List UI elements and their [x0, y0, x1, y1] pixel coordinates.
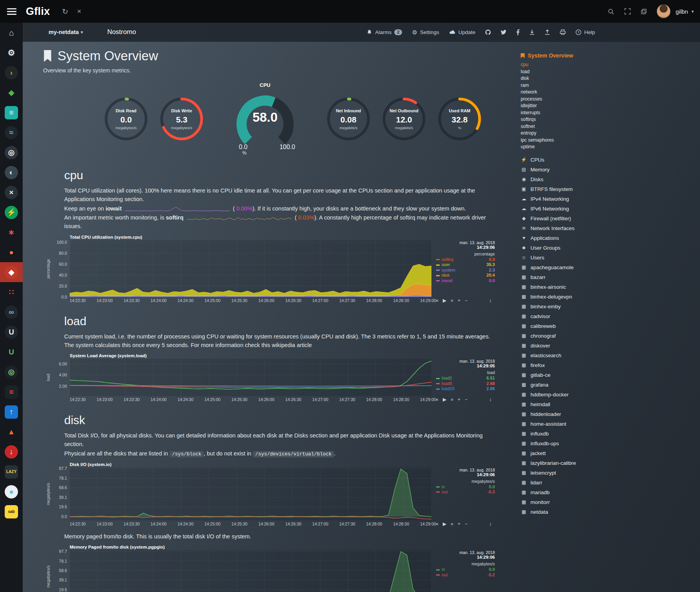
wikipedia-link[interactable]: wikipedia article [272, 342, 312, 348]
app-slot[interactable]: ↑ [0, 402, 23, 422]
nav-app-elasticsearch[interactable]: ▦elasticsearch [521, 351, 622, 360]
settings-button[interactable]: ⚙ Settings [412, 29, 439, 35]
chart-system-io[interactable]: Disk I/O (system.io)megabytes/s0.019.539… [46, 462, 495, 526]
zoom-in-icon[interactable]: + [458, 298, 460, 303]
chart-system-pgpgio[interactable]: Memory Paged from/to disk (system.pgpgio… [46, 545, 495, 592]
nav-app-chronograf[interactable]: ▦chronograf [521, 331, 622, 341]
legend-item-nice[interactable]: nice20.4 [436, 273, 495, 278]
nav-item-cpu[interactable]: cpu [521, 61, 622, 68]
app-slot[interactable]: ∞ [0, 302, 23, 322]
pan-backward-icon[interactable]: « [436, 521, 438, 527]
nav-app-binhex-emby[interactable]: ▦binhex-emby [521, 302, 622, 311]
legend-item-in[interactable]: in0.0 [436, 484, 495, 490]
app-slot[interactable]: ◆ [0, 262, 23, 282]
nav-item-uptime[interactable]: uptime [521, 144, 622, 151]
pan-forward-icon[interactable]: » [451, 298, 453, 303]
legend-item-user[interactable]: user35.3 [436, 262, 495, 268]
nav-app-diskover[interactable]: ▦diskover [521, 341, 622, 351]
facebook-icon[interactable] [516, 29, 520, 35]
nav-item-load[interactable]: load [521, 68, 622, 76]
nav-section-ipv4-networking[interactable]: ☁IPv4 Networking [521, 194, 622, 204]
search-icon[interactable] [608, 8, 614, 15]
app-slot[interactable]: ↓ [0, 442, 23, 462]
legend-item-softirq[interactable]: softirq0.0 [436, 257, 495, 263]
zoom-in-icon[interactable]: + [458, 397, 460, 402]
nav-app-bazarr[interactable]: ▦bazarr [521, 272, 622, 282]
nav-section-user-groups[interactable]: ☻User Groups [521, 243, 622, 253]
nav-app-cadvisor[interactable]: ▦cadvisor [521, 311, 622, 321]
nav-section-applications[interactable]: ♥Applications [521, 233, 622, 243]
legend-item-in[interactable]: in0.0 [436, 567, 495, 572]
nav-item-ipc-semaphores[interactable]: ipc semaphores [521, 137, 622, 144]
nav-app-influxdb-ups[interactable]: ▦influxdb-ups [521, 439, 622, 448]
app-slot[interactable]: ⚙ [0, 43, 23, 63]
app-slot[interactable]: ● [0, 482, 23, 502]
nav-app-firefox[interactable]: ▦firefox [521, 360, 622, 370]
nav-section-network-interfaces[interactable]: ≋Network Interfaces [521, 223, 622, 233]
nav-app-hiddenloader[interactable]: ▦hiddenloader [521, 409, 622, 419]
legend-item-system[interactable]: system2.3 [436, 268, 495, 273]
pan-backward-icon[interactable]: « [436, 397, 438, 402]
nav-app-netdata[interactable]: ▦netdata [521, 507, 622, 517]
nav-app-calibreweb[interactable]: ▦calibreweb [521, 321, 622, 331]
twitter-icon[interactable] [501, 30, 507, 35]
fullscreen-icon[interactable] [624, 8, 631, 14]
gauge-cpu[interactable]: CPU58.00.0100.0% [224, 82, 306, 157]
app-slot[interactable]: › [0, 63, 23, 83]
nav-app-binhex-airsonic[interactable]: ▦binhex-airsonic [521, 282, 622, 292]
app-slot[interactable]: ● [0, 242, 23, 262]
pan-forward-icon[interactable]: » [451, 397, 453, 402]
app-slot[interactable]: ∗ [0, 222, 23, 242]
resize-handle-icon[interactable]: ↕ [489, 297, 492, 303]
play-icon[interactable]: ▶ [443, 397, 446, 402]
pan-backward-icon[interactable]: « [436, 298, 438, 303]
zoom-in-icon[interactable]: + [458, 521, 460, 527]
chart-plot-area[interactable]: 0.019.539.158.678.197.7 [70, 550, 431, 592]
nav-app-apacheguacamole[interactable]: ▦apacheguacamole [521, 263, 622, 272]
nav-app-heimdall[interactable]: ▦heimdall [521, 399, 622, 409]
print-icon[interactable] [560, 29, 566, 35]
chart-plot-area[interactable]: 0.020.040.060.080.0100.0 [70, 240, 431, 297]
nav-section-memory[interactable]: ▤Memory [521, 165, 622, 175]
refresh-icon[interactable]: ↻ [62, 7, 69, 16]
app-slot[interactable]: ∷ [0, 282, 23, 302]
legend-item-load5[interactable]: load52.68 [436, 381, 495, 387]
zoom-out-icon[interactable]: − [465, 521, 467, 527]
app-slot[interactable]: U [0, 322, 23, 342]
nav-app-hddtemp-docker[interactable]: ▦hddtemp-docker [521, 390, 622, 399]
chart-system-load[interactable]: System Load Average (system.load)load2.0… [46, 353, 495, 402]
gauge-net-inbound[interactable]: Net Inbound0.08megabits/s [324, 95, 373, 145]
nav-item-processes[interactable]: processes [521, 96, 622, 103]
legend-item-out[interactable]: out-5.2 [436, 572, 495, 578]
alarms-button[interactable]: Alarms 2 [366, 29, 402, 35]
gauge-used-ram[interactable]: Used RAM32.8% [435, 95, 484, 145]
nav-app-grafana[interactable]: ▦grafana [521, 380, 622, 390]
nav-section-cpus[interactable]: ⚡CPUs [521, 155, 622, 165]
app-slot[interactable]: ▲ [0, 422, 23, 442]
pan-forward-icon[interactable]: » [451, 521, 453, 527]
nav-section-btrfs-filesystem[interactable]: ▣BTRFS filesystem [521, 184, 622, 194]
play-icon[interactable]: ▶ [443, 521, 446, 527]
zoom-out-icon[interactable]: − [465, 298, 467, 303]
help-button[interactable]: ? Help [576, 29, 595, 35]
upload-icon[interactable] [545, 29, 550, 35]
zoom-out-icon[interactable]: − [465, 397, 467, 402]
nav-app-binhex-delugevpn[interactable]: ▦binhex-delugevpn [521, 292, 622, 302]
nav-app-lazylibrarian-calibre[interactable]: ▦lazylibrarian-calibre [521, 458, 622, 468]
chart-plot-area[interactable]: 2.004.006.00 [70, 359, 431, 396]
legend-item-load15[interactable]: load152.06 [436, 386, 495, 392]
nav-item-network[interactable]: network [521, 89, 622, 96]
nav-item-entropy[interactable]: entropy [521, 130, 622, 137]
legend-item-out[interactable]: out-5.3 [436, 489, 495, 495]
nav-item-softnet[interactable]: softnet [521, 123, 622, 130]
app-slot[interactable]: ⚡ [0, 202, 23, 222]
nav-app-home-assistant[interactable]: ▦home-assistant [521, 419, 622, 429]
nav-app-monitorr[interactable]: ▦monitorr [521, 497, 622, 507]
nav-app-lidarr[interactable]: ▦lidarr [521, 478, 622, 488]
nav-section-ipv6-networking[interactable]: ☁IPv6 Networking [521, 204, 622, 214]
nav-section-users[interactable]: ☺Users [521, 253, 622, 263]
nav-app-letsencrypt[interactable]: ▦letsencrypt [521, 468, 622, 478]
nav-app-mariadb[interactable]: ▦mariadb [521, 488, 622, 497]
menu-icon[interactable] [7, 8, 16, 15]
windows-restore-icon[interactable] [641, 9, 647, 14]
